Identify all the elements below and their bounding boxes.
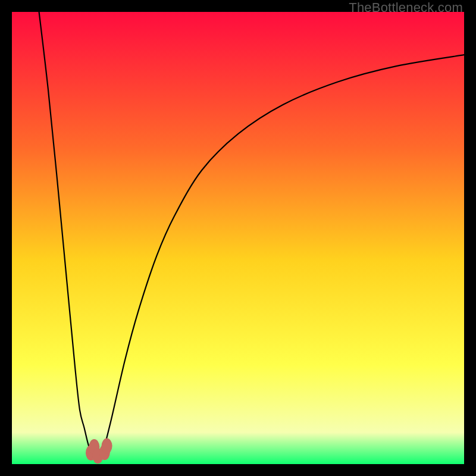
- chart-frame: [12, 12, 464, 464]
- watermark-text: TheBottleneck.com: [349, 0, 463, 15]
- bottleneck-chart: [12, 12, 464, 464]
- gradient-background: [12, 12, 464, 464]
- minimum-marker: [102, 439, 112, 454]
